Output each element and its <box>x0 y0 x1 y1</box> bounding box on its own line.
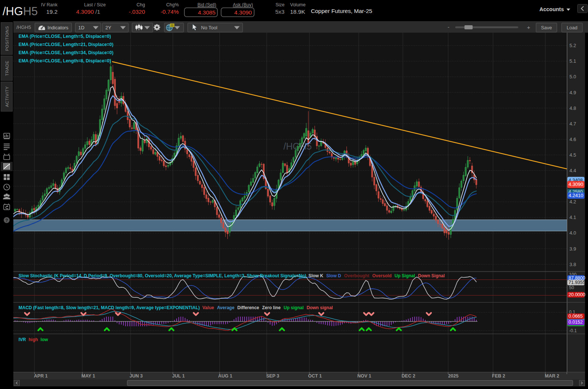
svg-text:4.3085: 4.3085 <box>198 9 216 16</box>
svg-text:4.7: 4.7 <box>569 121 576 127</box>
svg-text:Chg: Chg <box>137 2 145 7</box>
svg-text:0.0152: 0.0152 <box>569 320 583 325</box>
svg-text:MACD (Fast length=8, Slow leng: MACD (Fast length=8, Slow length=21, MAC… <box>19 305 333 310</box>
svg-text:2025: 2025 <box>448 373 459 379</box>
svg-text:Size: Size <box>276 2 285 7</box>
svg-text:1D: 1D <box>78 25 85 30</box>
svg-text:-0.1: -0.1 <box>569 328 577 333</box>
svg-text:APR 1: APR 1 <box>34 373 48 379</box>
svg-text:3.9: 3.9 <box>569 246 576 252</box>
svg-text:4.4: 4.4 <box>569 168 576 173</box>
svg-text:4.5: 4.5 <box>569 152 576 158</box>
svg-text:FEB 2: FEB 2 <box>492 373 505 379</box>
svg-text:EMA (Price=CLOSE, Length=21, D: EMA (Price=CLOSE, Length=21, Displace=0) <box>19 42 114 47</box>
svg-text:Ask (Buy): Ask (Buy) <box>233 2 253 7</box>
svg-text:OCT 1: OCT 1 <box>308 373 322 379</box>
svg-text:5.2: 5.2 <box>569 43 576 48</box>
svg-text:EMA (Price=CLOSE, Length=5, Di: EMA (Price=CLOSE, Length=5, Displace=0) <box>19 34 111 39</box>
svg-text:Indicators: Indicators <box>47 25 69 30</box>
svg-text:5x3: 5x3 <box>275 9 285 15</box>
svg-text:4.2410: 4.2410 <box>569 193 584 198</box>
svg-text:NOV 1: NOV 1 <box>357 373 371 379</box>
svg-text:Last / Size: Last / Size <box>84 2 106 7</box>
svg-text:20.0000: 20.0000 <box>569 292 585 297</box>
svg-text:EMA (Price=CLOSE, Length=34, D: EMA (Price=CLOSE, Length=34, Displace=0) <box>19 50 114 55</box>
svg-text:4.3090: 4.3090 <box>569 182 584 187</box>
svg-text:71.9355: 71.9355 <box>569 280 585 285</box>
svg-text:/HGH5: /HGH5 <box>16 24 31 30</box>
svg-text:?: ? <box>5 218 8 223</box>
svg-text:MAR 2: MAR 2 <box>545 373 559 379</box>
svg-text:18.9K: 18.9K <box>290 9 305 15</box>
svg-text:JUL 1: JUL 1 <box>172 373 185 379</box>
svg-text:4.3090: 4.3090 <box>234 9 252 16</box>
svg-text:-.0320: -.0320 <box>129 9 145 15</box>
svg-text:IV Rank: IV Rank <box>41 2 58 7</box>
svg-text:4.0: 4.0 <box>569 230 576 236</box>
svg-text:Bid (Sell): Bid (Sell) <box>197 2 216 7</box>
svg-text:Accounts: Accounts <box>539 6 564 12</box>
svg-text:4.3090 /1: 4.3090 /1 <box>76 9 100 15</box>
svg-text:-: - <box>448 24 450 30</box>
svg-text:/HGH5: /HGH5 <box>3 5 38 18</box>
svg-text:ACTIVITY: ACTIVITY <box>5 86 9 107</box>
svg-text:No Tool: No Tool <box>201 25 217 30</box>
svg-text:EMA (Price=CLOSE, Length=8, Di: EMA (Price=CLOSE, Length=8, Displace=0) <box>19 58 111 63</box>
svg-text:0.0665: 0.0665 <box>569 314 583 319</box>
svg-text:JUN 3: JUN 3 <box>129 373 142 379</box>
svg-text:Save: Save <box>541 25 552 30</box>
svg-text:Volume: Volume <box>290 2 306 7</box>
svg-text:MAY 1: MAY 1 <box>82 373 95 379</box>
svg-text:SEP 3: SEP 3 <box>266 373 279 379</box>
svg-text:50: 50 <box>569 285 574 290</box>
svg-text:Load: Load <box>567 25 578 30</box>
svg-text:TRADE: TRADE <box>5 61 9 76</box>
svg-text:4.1: 4.1 <box>569 215 576 220</box>
svg-text:4.6: 4.6 <box>569 137 576 142</box>
svg-text:5.1: 5.1 <box>569 58 576 64</box>
svg-text:Copper Futures, Mar-25: Copper Futures, Mar-25 <box>311 8 372 14</box>
svg-text:4.8: 4.8 <box>569 105 576 111</box>
svg-text:5.0: 5.0 <box>569 74 576 79</box>
svg-text:Slow Stochastic (K Period=14,: Slow Stochastic (K Period=14, D Period=9… <box>19 273 445 278</box>
svg-text:2Y: 2Y <box>105 25 111 30</box>
svg-text:IVRhighlow: IVRhighlow <box>19 337 48 342</box>
svg-text:AUG 1: AUG 1 <box>218 373 232 379</box>
svg-text:4.2: 4.2 <box>569 199 576 205</box>
svg-text:3.8: 3.8 <box>569 262 576 267</box>
svg-text:POSITIONS: POSITIONS <box>5 26 9 51</box>
svg-text:4.9: 4.9 <box>569 90 576 95</box>
svg-text:19.2: 19.2 <box>46 9 58 15</box>
svg-text:+: + <box>527 24 530 30</box>
svg-text:DEC 2: DEC 2 <box>402 373 415 379</box>
svg-text:-0.74%: -0.74% <box>161 9 179 15</box>
svg-text:Chg%: Chg% <box>166 2 179 7</box>
